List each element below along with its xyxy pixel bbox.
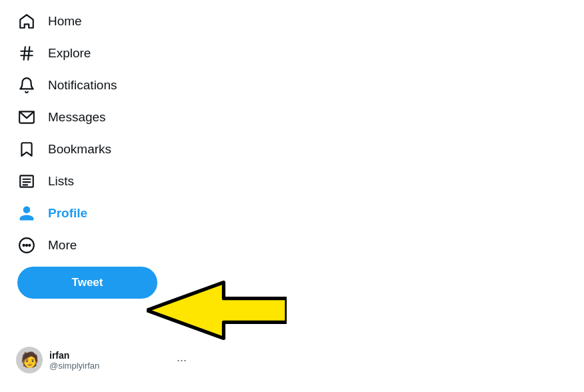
svg-point-12 (29, 245, 30, 246)
person-icon (17, 204, 36, 223)
sidebar-item-more[interactable]: More (8, 229, 179, 261)
envelope-icon (17, 108, 36, 127)
avatar: 🧑 (16, 347, 43, 373)
sidebar-item-bookmarks[interactable]: Bookmarks (8, 133, 179, 165)
sidebar-item-messages[interactable]: Messages (8, 101, 179, 133)
list-icon (17, 172, 36, 191)
sidebar-item-label-home: Home (48, 14, 82, 29)
sidebar-item-label-lists: Lists (48, 174, 74, 189)
home-icon (17, 12, 36, 31)
svg-line-3 (28, 47, 29, 60)
sidebar-item-profile[interactable]: Profile (8, 197, 179, 229)
user-more-icon: ··· (177, 353, 187, 367)
sidebar-item-label-more: More (48, 238, 77, 253)
user-handle: @simplyirfan (49, 361, 99, 371)
user-info: irfan @simplyirfan (49, 350, 99, 371)
svg-point-10 (23, 245, 25, 246)
svg-line-2 (24, 47, 25, 60)
sidebar-item-home[interactable]: Home (8, 5, 179, 37)
ellipsis-circle-icon (17, 236, 36, 255)
sidebar-item-label-explore: Explore (48, 46, 91, 61)
bookmark-icon (17, 140, 36, 159)
tweet-button[interactable]: Tweet (17, 267, 157, 299)
sidebar-item-explore[interactable]: Explore (8, 37, 179, 69)
sidebar-item-label-profile: Profile (48, 206, 87, 221)
sidebar-item-lists[interactable]: Lists (8, 165, 179, 197)
sidebar-item-label-notifications: Notifications (48, 78, 117, 93)
bell-icon (17, 76, 36, 95)
user-section[interactable]: 🧑 irfan @simplyirfan ··· (8, 341, 195, 379)
hash-icon (17, 44, 36, 63)
svg-point-11 (26, 245, 27, 246)
sidebar-item-notifications[interactable]: Notifications (8, 69, 179, 101)
sidebar-item-label-messages: Messages (48, 110, 106, 125)
user-name: irfan (49, 350, 99, 361)
sidebar: Home Explore Notifications (0, 0, 187, 392)
sidebar-item-label-bookmarks: Bookmarks (48, 142, 111, 157)
